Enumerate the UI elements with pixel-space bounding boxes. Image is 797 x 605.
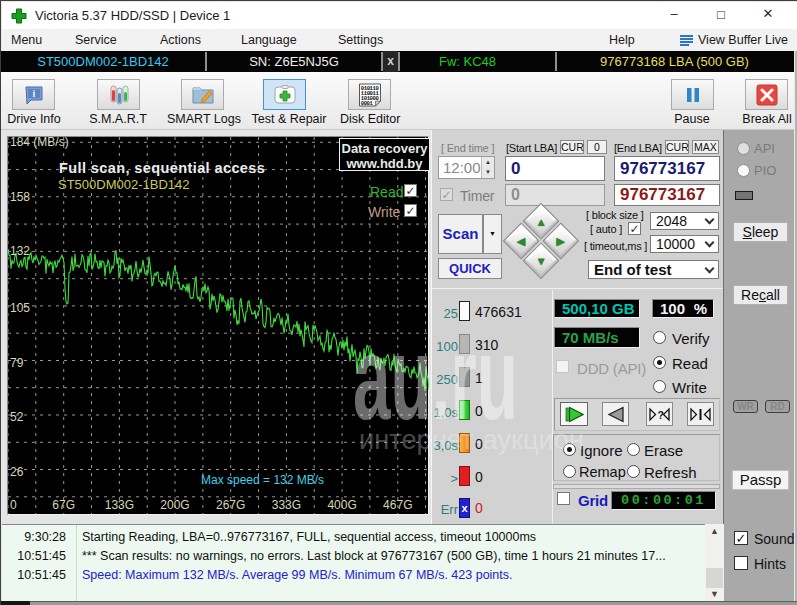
svg-text:400G: 400G: [327, 498, 356, 512]
svg-text:333G: 333G: [272, 498, 301, 512]
svg-text:133G: 133G: [105, 498, 134, 512]
svg-text:0001: 0001: [360, 100, 373, 107]
svg-text:105: 105: [10, 301, 30, 315]
svg-text:467G: 467G: [383, 498, 412, 512]
svg-text:184 (MB/s): 184 (MB/s): [10, 137, 69, 149]
svg-text:132: 132: [10, 244, 30, 258]
svg-text:267G: 267G: [216, 498, 245, 512]
svg-text:26: 26: [10, 465, 24, 479]
svg-text:158: 158: [10, 190, 30, 204]
svg-text:i: i: [32, 88, 35, 99]
svg-text:200G: 200G: [160, 498, 189, 512]
svg-text:52: 52: [10, 410, 24, 424]
svg-text:67G: 67G: [52, 498, 75, 512]
svg-text:0: 0: [10, 498, 17, 512]
svg-text:79: 79: [10, 356, 24, 370]
